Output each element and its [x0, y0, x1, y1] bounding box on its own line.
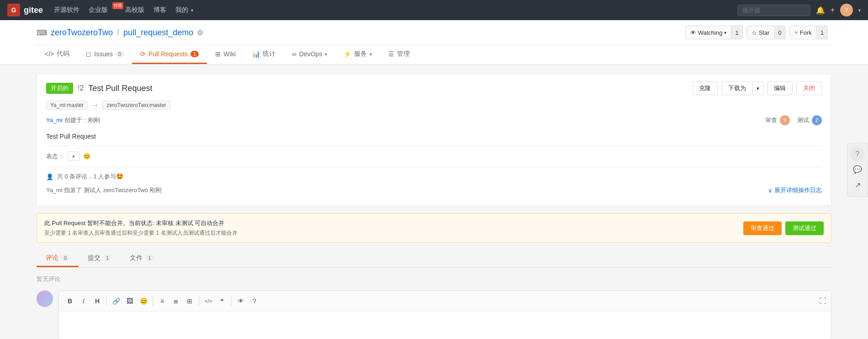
ordered-list-button[interactable]: ≣: [169, 295, 182, 307]
comment-editor-box: B I H 🔗 🖼 😊 ≡ ≣ ⊞ </> ❝ 👁 ? ⛶: [58, 291, 831, 339]
top-navigation: G gitee 开源软件 企业版 特惠 高校版 博客 我的 ▾ 🔔 + Y ▾: [0, 0, 868, 20]
review-pass-button[interactable]: 审查通过: [743, 221, 782, 235]
float-chat-button[interactable]: 💬: [850, 162, 865, 177]
bold-button[interactable]: B: [64, 295, 76, 307]
pr-sub-tabs: 评论 0 提交 1 文件 1: [37, 250, 831, 268]
star-group: ☆ Star 0: [746, 26, 786, 39]
pr-title-text: Test Pull Request: [88, 84, 152, 93]
tab-stats[interactable]: 📊 统计: [244, 45, 284, 64]
pr-icon: ⟳: [140, 50, 146, 58]
toolbar-divider-2: [153, 296, 153, 306]
review-meta: 审查 Y: [765, 115, 790, 125]
reaction-label: 表态：: [46, 152, 64, 161]
table-button[interactable]: ⊞: [183, 295, 196, 307]
brand-logo-area[interactable]: G gitee: [7, 4, 43, 16]
edit-button[interactable]: 编辑: [767, 81, 793, 95]
repo-name-link[interactable]: pull_request_demo: [123, 28, 193, 37]
nav-edu[interactable]: 高校版: [125, 6, 144, 14]
repo-owner-link[interactable]: zeroTwozeroTwo: [51, 28, 113, 37]
watching-button[interactable]: 👁 Watching ▾: [685, 26, 732, 39]
tab-issues[interactable]: ◻ Issues 0: [78, 45, 132, 64]
services-dropdown-icon: ▾: [370, 52, 372, 57]
comment-textarea[interactable]: [59, 312, 831, 339]
download-dropdown-arrow[interactable]: ▾: [753, 81, 763, 95]
tab-services[interactable]: ⚡ 服务 ▾: [335, 45, 380, 64]
float-external-button[interactable]: ↗: [850, 178, 865, 193]
close-pr-button[interactable]: 关闭: [796, 81, 822, 95]
star-button[interactable]: ☆ Star: [746, 26, 775, 39]
sub-tab-files[interactable]: 文件 1: [121, 250, 163, 267]
no-comments-text: 暂无评论: [37, 275, 831, 283]
assignee-row: Ya_mi 指派了 测试人 zeroTwozeroTwo 刚刚 ∨ 展开详细操作…: [46, 186, 822, 194]
tab-pull-requests[interactable]: ⟳ Pull Requests 1: [132, 45, 207, 64]
nav-opensource[interactable]: 开源软件: [54, 6, 79, 14]
avatar-dropdown-arrow[interactable]: ▾: [858, 8, 861, 13]
star-count[interactable]: 0: [775, 26, 786, 39]
target-branch: zeroTwozeroTwo:master: [102, 101, 170, 110]
pr-title-row: 开启的 !2 Test Pull Request 克隆 下载为 ▾ 编辑 关闭: [46, 81, 822, 95]
enterprise-badge: 特惠: [112, 2, 123, 9]
pr-status-badge: 开启的: [46, 83, 73, 94]
fork-count[interactable]: 1: [817, 26, 828, 39]
devops-dropdown-icon: ▾: [325, 52, 327, 57]
clone-button[interactable]: 克隆: [692, 81, 718, 95]
wiki-icon: ⊞: [215, 50, 221, 58]
code-button[interactable]: </>: [202, 295, 215, 307]
emoji-button[interactable]: 😊: [137, 295, 150, 307]
fullscreen-button[interactable]: ⛶: [819, 297, 826, 305]
tab-manage[interactable]: ☰ 管理: [380, 45, 418, 64]
expand-log-link[interactable]: ∨ 展开详细操作日志: [768, 186, 822, 194]
link-button[interactable]: 🔗: [110, 295, 122, 307]
gitee-logo[interactable]: G: [7, 4, 20, 16]
quote-button[interactable]: ❝: [216, 295, 228, 307]
tab-wiki[interactable]: ⊞ Wiki: [207, 45, 243, 64]
manage-icon: ☰: [388, 50, 394, 58]
pr-created-at: 创建于：刚刚: [64, 117, 100, 124]
repo-settings-icon[interactable]: ⚙: [197, 28, 203, 37]
star-icon: ☆: [752, 29, 757, 36]
search-input[interactable]: [737, 5, 810, 16]
watching-group: 👁 Watching ▾ 1: [685, 26, 743, 39]
add-reaction-button[interactable]: +: [68, 151, 79, 161]
float-help-button[interactable]: ?: [850, 147, 865, 161]
tab-devops[interactable]: ∞ DevOps ▾: [284, 45, 336, 64]
source-branch: Ya_mi:master: [46, 101, 88, 110]
heading-button[interactable]: H: [91, 295, 104, 307]
user-avatar[interactable]: Y: [840, 4, 853, 16]
sub-tab-commits[interactable]: 提交 1: [79, 250, 121, 267]
devops-icon: ∞: [292, 50, 296, 58]
comments-tab-badge: 0: [61, 255, 69, 261]
chevron-down-icon: ∨: [768, 187, 773, 194]
toolbar-divider-1: [106, 296, 107, 306]
nav-mine[interactable]: 我的 ▾: [175, 6, 193, 14]
help-button[interactable]: ?: [248, 295, 261, 307]
person-icon: 👤: [46, 173, 53, 180]
issues-badge: 0: [116, 51, 124, 57]
issues-icon: ◻: [86, 50, 91, 58]
repo-type-icon: ⌨: [37, 28, 47, 37]
unordered-list-button[interactable]: ≡: [156, 295, 169, 307]
nav-enterprise[interactable]: 企业版 特惠: [89, 6, 116, 14]
plus-button[interactable]: +: [831, 6, 835, 14]
download-button-group: 下载为 ▾: [721, 81, 763, 95]
pr-meta-row: Ya_mi 创建于：刚刚 审查 Y 测试 Z: [46, 115, 822, 125]
notification-bell[interactable]: 🔔: [816, 6, 825, 15]
author-link[interactable]: Ya_mi: [46, 117, 63, 124]
test-pass-button[interactable]: 测试通过: [785, 221, 824, 235]
italic-button[interactable]: I: [77, 295, 90, 307]
watching-count[interactable]: 1: [731, 26, 742, 39]
image-button[interactable]: 🖼: [123, 295, 136, 307]
pr-badge: 1: [191, 51, 199, 57]
nav-blog[interactable]: 博客: [153, 6, 166, 14]
tester-avatar[interactable]: Z: [812, 115, 822, 125]
download-button[interactable]: 下载为: [721, 81, 753, 95]
reviewer-avatar[interactable]: Y: [780, 115, 790, 125]
sub-tab-comments[interactable]: 评论 0: [37, 250, 79, 267]
tab-code[interactable]: </> 代码: [37, 45, 78, 64]
merge-action-buttons: 审查通过 测试通过: [743, 221, 824, 235]
preview-button[interactable]: 👁: [234, 295, 247, 307]
fork-icon: ⑂: [794, 29, 798, 36]
comments-row: 👤 共 0 条评论，1 人参与🤩: [46, 172, 822, 181]
fork-button[interactable]: ⑂ Fork: [789, 26, 817, 39]
smile-emoji[interactable]: 😊: [83, 153, 90, 160]
